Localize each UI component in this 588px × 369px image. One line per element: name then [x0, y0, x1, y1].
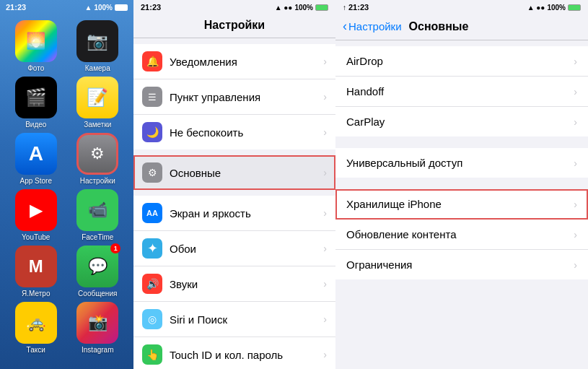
app-grid: 🌅 Фото 📷 Камера 🎬 Видео 📝 Заметки: [0, 14, 133, 360]
wallpaper-icon: ✦: [142, 238, 162, 259]
notes-icon: 📝: [87, 87, 108, 108]
video-label: Видео: [25, 121, 46, 129]
appstore-icon: A: [29, 142, 43, 165]
taxi-icon: 🚕: [26, 313, 45, 332]
right-time: 21:23: [348, 3, 369, 12]
dnd-chevron: ›: [323, 126, 327, 138]
app-icon-taxi[interactable]: 🚕 Такси: [7, 302, 65, 354]
back-button[interactable]: ‹ Настройки: [343, 19, 402, 34]
app-icon-camera[interactable]: 📷 Камера: [69, 20, 127, 72]
camera-label: Камера: [85, 64, 110, 72]
siri-chevron: ›: [323, 313, 327, 325]
carplay-label: CarPlay: [346, 116, 574, 128]
home-status-icons: ▲ 100%: [85, 4, 128, 12]
status-bar-middle: 21:23 ▲ ●● 100%: [133, 0, 335, 14]
general-group-1: AirDrop › Handoff › CarPlay ›: [335, 46, 588, 136]
group-divider-2: [335, 178, 588, 183]
taxi-label: Такси: [27, 346, 45, 354]
app-icon-metro[interactable]: М Я.Метро: [7, 246, 65, 298]
app-icon-facetime[interactable]: 📹 FaceTime: [69, 189, 127, 241]
metro-label: Я.Метро: [22, 290, 50, 298]
app-icon-photos[interactable]: 🌅 Фото: [7, 20, 65, 72]
control-label: Пункт управления: [170, 91, 323, 103]
back-chevron-icon: ‹: [343, 19, 347, 34]
app-icon-settings[interactable]: ⚙ Настройки: [69, 133, 127, 185]
youtube-label: YouTube: [22, 233, 50, 241]
wallpaper-chevron: ›: [323, 243, 327, 254]
settings-panel: 21:23 ▲ ●● 100% Настройки 🔔 Уведомления …: [133, 0, 335, 369]
status-bar-home: 21:23 ▲ 100%: [0, 0, 133, 14]
settings-row-dnd[interactable]: 🌙 Не беспокоить ›: [133, 115, 335, 149]
settings-row-notifications[interactable]: 🔔 Уведомления ›: [133, 44, 335, 79]
general-content: AirDrop › Handoff › CarPlay › Универсаль…: [335, 40, 588, 369]
home-screen: 21:23 ▲ 100% 🌅 Фото 📷 Камера 🎬 Видео: [0, 0, 133, 369]
display-chevron: ›: [323, 207, 327, 219]
siri-label: Siri и Поиск: [170, 313, 323, 326]
photos-label: Фото: [27, 64, 44, 72]
settings-row-control[interactable]: ☰ Пункт управления ›: [133, 79, 335, 115]
general-group-2: Универсальный доступ ›: [335, 148, 588, 178]
touchid-chevron: ›: [323, 349, 327, 360]
accessibility-chevron: ›: [574, 157, 577, 169]
wallpaper-label: Обои: [170, 243, 323, 255]
right-signal: ↑ 21:23: [343, 3, 369, 12]
general-row-accessibility[interactable]: Универсальный доступ ›: [335, 148, 588, 178]
content-update-label: Обновление контента: [346, 228, 574, 240]
general-nav-bar: ‹ Настройки Основные: [335, 14, 588, 40]
handoff-chevron: ›: [574, 86, 577, 97]
battery-icon-right: [568, 4, 581, 11]
settings-icon: ⚙: [90, 144, 105, 163]
handoff-label: Handoff: [346, 85, 574, 97]
messages-badge: 1: [110, 243, 120, 253]
general-row-content-update[interactable]: Обновление контента ›: [335, 220, 588, 250]
settings-group-1: 🔔 Уведомления › ☰ Пункт управления › 🌙 Н…: [133, 44, 335, 149]
general-icon: ⚙: [142, 162, 162, 183]
sounds-chevron: ›: [323, 278, 327, 290]
airdrop-chevron: ›: [574, 56, 577, 67]
camera-icon: 📷: [87, 31, 108, 51]
settings-row-siri[interactable]: ◎ Siri и Поиск ›: [133, 302, 335, 337]
notifications-label: Уведомления: [170, 56, 323, 68]
notifications-icon: 🔔: [142, 51, 162, 71]
settings-row-display[interactable]: AA Экран и яркость ›: [133, 196, 335, 231]
facetime-label: FaceTime: [82, 233, 113, 241]
carplay-chevron: ›: [574, 116, 577, 128]
airdrop-label: AirDrop: [346, 55, 574, 67]
app-icon-notes[interactable]: 📝 Заметки: [69, 77, 127, 129]
group-divider-1: [335, 136, 588, 142]
instagram-icon: 📸: [88, 313, 107, 332]
app-icon-appstore[interactable]: A App Store: [7, 133, 65, 185]
general-row-handoff[interactable]: Handoff ›: [335, 77, 588, 107]
appstore-label: App Store: [20, 177, 52, 185]
settings-row-sounds[interactable]: 🔊 Звуки ›: [133, 266, 335, 302]
arrow-icon-right: ↑: [343, 4, 346, 12]
general-row-airdrop[interactable]: AirDrop ›: [335, 46, 588, 77]
instagram-label: Instagram: [82, 346, 113, 354]
app-icon-messages[interactable]: 💬 1 Сообщения: [69, 246, 127, 298]
general-label: Основные: [170, 167, 323, 179]
general-row-carplay[interactable]: CarPlay ›: [335, 107, 588, 136]
general-panel: ↑ 21:23 ▲ ●● 100% ‹ Настройки Основные A…: [335, 0, 588, 369]
metro-icon: М: [29, 256, 43, 277]
sounds-icon: 🔊: [142, 274, 162, 294]
video-icon: 🎬: [25, 87, 47, 108]
app-icon-instagram[interactable]: 📸 Instagram: [69, 302, 127, 354]
general-row-storage[interactable]: Хранилище iPhone ›: [335, 189, 588, 220]
status-bar-right: ↑ 21:23 ▲ ●● 100%: [335, 0, 588, 14]
general-group-3: Хранилище iPhone › Обновление контента ›…: [335, 189, 588, 279]
settings-row-wallpaper[interactable]: ✦ Обои ›: [133, 231, 335, 266]
settings-row-touchid[interactable]: 👆 Touch ID и кол. пароль ›: [133, 337, 335, 369]
settings-row-general[interactable]: ⚙ Основные ›: [133, 155, 335, 190]
restrictions-chevron: ›: [574, 259, 577, 271]
dnd-label: Не беспокоить: [170, 126, 323, 139]
dnd-icon: 🌙: [142, 122, 162, 142]
touchid-label: Touch ID и кол. пароль: [170, 349, 323, 361]
messages-label: Сообщения: [78, 290, 117, 298]
storage-chevron: ›: [574, 199, 577, 210]
app-icon-youtube[interactable]: ▶ YouTube: [7, 189, 65, 241]
general-row-restrictions[interactable]: Ограничения ›: [335, 250, 588, 279]
battery-icon: [115, 4, 128, 11]
restrictions-label: Ограничения: [346, 259, 574, 271]
general-title: Основные: [409, 20, 469, 33]
app-icon-video[interactable]: 🎬 Видео: [7, 77, 65, 129]
